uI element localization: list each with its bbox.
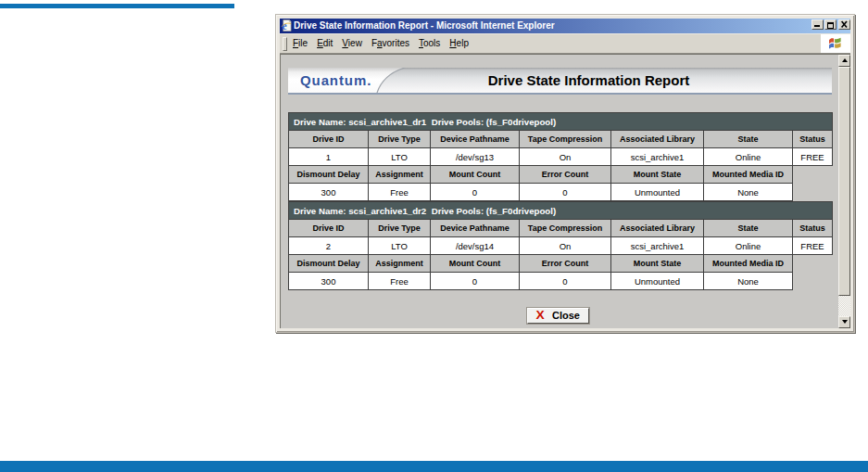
- svg-text:e: e: [283, 20, 287, 32]
